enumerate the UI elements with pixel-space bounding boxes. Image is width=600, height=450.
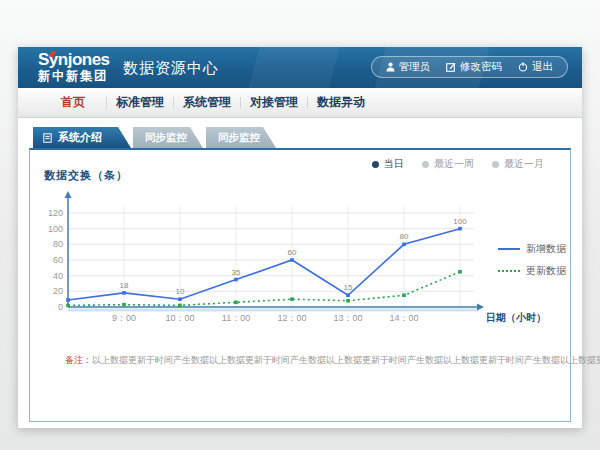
- svg-text:日期（小时）: 日期（小时）: [486, 312, 546, 323]
- user-icon: [386, 62, 395, 72]
- svg-text:10: 10: [176, 287, 185, 296]
- svg-text:15: 15: [344, 283, 353, 292]
- brand-logo: Synjones 新中新集团: [38, 51, 110, 83]
- svg-text:120: 120: [48, 208, 63, 218]
- radio-today[interactable]: 当日: [372, 157, 404, 171]
- page-background: Synjones 新中新集团 数据资源中心 管理员 修改密码 退出: [0, 0, 600, 450]
- change-password-button[interactable]: 修改密码: [446, 60, 502, 74]
- svg-text:60: 60: [53, 255, 63, 265]
- radio-dot-icon: [492, 161, 499, 168]
- legend-item-new-data: 新增数据: [498, 238, 566, 260]
- document-icon: [43, 133, 52, 143]
- tab-system-intro[interactable]: 系统介绍: [33, 127, 131, 148]
- footnote: 备注：以上数据更新于时间产生数据以上数据更新于时间产生数据以上数据更新于时间产生…: [65, 354, 600, 367]
- logout-label: 退出: [532, 60, 553, 74]
- svg-text:12：00: 12：00: [277, 313, 306, 323]
- chart-legend: 新增数据 更新数据: [498, 238, 566, 282]
- logo-text-cn: 新中新集团: [38, 70, 110, 83]
- svg-text:80: 80: [53, 239, 63, 249]
- logout-button[interactable]: 退出: [518, 60, 553, 74]
- svg-text:9：00: 9：00: [112, 313, 136, 323]
- tab-bar: 系统介绍 同步监控 同步监控: [18, 127, 582, 148]
- svg-text:10：00: 10：00: [165, 313, 194, 323]
- green-dotted-swatch-icon: [498, 270, 520, 272]
- svg-text:11：00: 11：00: [222, 313, 250, 323]
- legend-label: 新增数据: [526, 242, 566, 256]
- radio-label: 最近一周: [434, 157, 474, 171]
- tab-sync-monitor-2[interactable]: 同步监控: [206, 127, 276, 148]
- app-window: Synjones 新中新集团 数据资源中心 管理员 修改密码 退出: [18, 47, 582, 428]
- svg-text:60: 60: [288, 248, 297, 257]
- svg-text:80: 80: [400, 232, 409, 241]
- svg-text:35: 35: [232, 268, 241, 277]
- radio-last-month[interactable]: 最近一月: [492, 157, 544, 171]
- svg-text:13：00: 13：00: [333, 313, 362, 323]
- svg-text:100: 100: [48, 224, 63, 234]
- tab-label: 同步监控: [218, 131, 260, 145]
- content-panel: 当日 最近一周 最近一月 数据交换（条） 0204060801001201810…: [29, 148, 571, 422]
- tab-label: 系统介绍: [58, 130, 102, 145]
- svg-text:40: 40: [53, 271, 63, 281]
- admin-user-label: 管理员: [399, 60, 431, 74]
- change-password-label: 修改密码: [460, 60, 502, 74]
- page-title: 数据资源中心: [123, 59, 219, 78]
- logo-text-en: Synjones: [38, 50, 110, 69]
- svg-text:14：00: 14：00: [389, 313, 418, 323]
- radio-last-week[interactable]: 最近一周: [422, 157, 474, 171]
- admin-user-button[interactable]: 管理员: [386, 60, 431, 74]
- svg-text:18: 18: [120, 281, 129, 290]
- nav-item-system-mgmt[interactable]: 系统管理: [174, 94, 240, 111]
- legend-item-update-data: 更新数据: [498, 260, 566, 282]
- power-icon: [518, 62, 528, 72]
- line-chart: 0204060801001201810356015801009：0010：001…: [38, 188, 568, 328]
- period-filter-group: 当日 最近一周 最近一月: [372, 157, 544, 171]
- radio-dot-icon: [372, 161, 379, 168]
- svg-text:0: 0: [58, 302, 63, 312]
- logo-wordmark: Synjones: [38, 51, 110, 69]
- user-toolbar: 管理员 修改密码 退出: [371, 56, 569, 78]
- y-axis-title: 数据交换（条）: [44, 168, 128, 183]
- nav-item-home[interactable]: 首页: [40, 94, 106, 111]
- radio-label: 当日: [384, 157, 404, 171]
- nav-item-standard-mgmt[interactable]: 标准管理: [107, 94, 173, 111]
- blue-line-swatch-icon: [498, 248, 520, 250]
- legend-label: 更新数据: [526, 264, 566, 278]
- edit-icon: [446, 62, 456, 72]
- nav-item-interface-mgmt[interactable]: 对接管理: [241, 94, 307, 111]
- footnote-label: 备注：: [65, 355, 92, 365]
- radio-dot-icon: [422, 161, 429, 168]
- radio-label: 最近一月: [504, 157, 544, 171]
- app-header: Synjones 新中新集团 数据资源中心 管理员 修改密码 退出: [18, 47, 582, 88]
- svg-text:20: 20: [53, 286, 63, 296]
- nav-item-data-change[interactable]: 数据异动: [308, 94, 374, 111]
- tab-label: 同步监控: [145, 131, 187, 145]
- svg-text:100: 100: [453, 217, 467, 226]
- footnote-text: 以上数据更新于时间产生数据以上数据更新于时间产生数据以上数据更新于时间产生数据以…: [92, 355, 600, 365]
- main-nav: 首页 标准管理 系统管理 对接管理 数据异动: [18, 88, 582, 118]
- tab-sync-monitor-1[interactable]: 同步监控: [133, 127, 203, 148]
